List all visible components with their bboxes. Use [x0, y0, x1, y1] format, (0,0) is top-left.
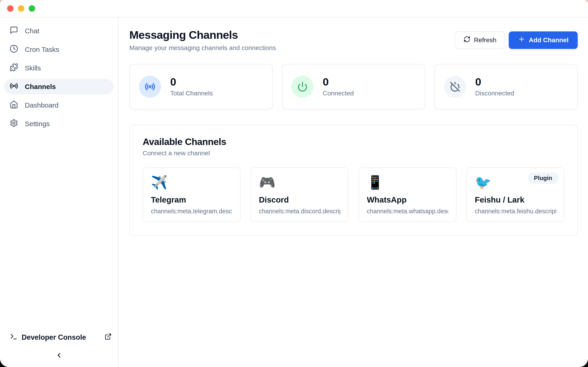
stats-row: 0 Total Channels 0 Connected 0 Disconn: [129, 64, 578, 109]
add-channel-button[interactable]: Add Channel: [509, 31, 578, 49]
channel-card-telegram[interactable]: ✈️ Telegram channels:meta.telegram.descr…: [143, 167, 241, 222]
power-icon: [292, 76, 313, 98]
traffic-light-zoom[interactable]: [29, 5, 35, 12]
sidebar-item-label: Skills: [25, 64, 41, 72]
channel-card-discord[interactable]: 🎮 Discord channels:meta.discord.descript…: [251, 167, 348, 222]
chevron-left-icon: [55, 356, 63, 360]
sidebar-item-cron-tasks[interactable]: Cron Tasks: [4, 42, 114, 57]
refresh-icon: [464, 36, 470, 44]
traffic-light-minimize[interactable]: [18, 5, 24, 12]
plugin-badge: Plugin: [528, 173, 558, 184]
traffic-light-close[interactable]: [7, 5, 14, 12]
sidebar-item-settings[interactable]: Settings: [4, 116, 114, 132]
sidebar-item-skills[interactable]: Skills: [4, 60, 114, 76]
sidebar-collapse-row: [4, 350, 114, 361]
main-content: Messaging Channels Manage your messaging…: [119, 17, 588, 367]
gear-icon: [10, 119, 18, 129]
sidebar-item-label: Settings: [25, 120, 50, 128]
game-controller-emoji-icon: 🎮: [259, 175, 340, 190]
titlebar: [0, 0, 588, 17]
power-off-icon: [444, 76, 466, 98]
stat-label: Connected: [323, 90, 354, 97]
sidebar-item-label: Chat: [25, 27, 39, 35]
page-title: Messaging Channels: [129, 28, 276, 41]
stat-value: 0: [170, 76, 213, 87]
page-subtitle: Manage your messaging channels and conne…: [129, 44, 276, 52]
page-header: Messaging Channels Manage your messaging…: [129, 28, 578, 52]
clock-icon: [10, 44, 18, 55]
airplane-emoji-icon: ✈️: [151, 175, 232, 190]
developer-console-label: Developer Console: [22, 333, 86, 342]
available-channels-subtitle: Connect a new channel: [143, 150, 564, 157]
channel-card-whatsapp[interactable]: 📱 WhatsApp channels:meta.whatsapp.descri…: [359, 167, 456, 222]
chat-bubble-icon: [10, 26, 18, 36]
stat-card-connected: 0 Connected: [282, 64, 425, 109]
channel-description: channels:meta.feishu.description: [475, 208, 556, 215]
channel-description: channels:meta.telegram.description: [151, 208, 232, 215]
sidebar: Chat Cron Tasks Skills Channels Dashboar…: [0, 17, 119, 367]
refresh-button[interactable]: Refresh: [455, 31, 505, 49]
home-icon: [10, 100, 18, 110]
available-channels-title: Available Channels: [143, 136, 564, 147]
collapse-sidebar-button[interactable]: [54, 350, 64, 361]
sidebar-item-dashboard[interactable]: Dashboard: [4, 98, 114, 113]
header-actions: Refresh Add Channel: [455, 31, 578, 49]
channel-description: channels:meta.whatsapp.description: [367, 208, 448, 215]
sidebar-item-chat[interactable]: Chat: [4, 23, 114, 39]
plus-icon: [518, 35, 525, 44]
puzzle-icon: [10, 63, 18, 73]
stat-value: 0: [323, 76, 354, 87]
channel-name: Telegram: [151, 195, 232, 204]
sidebar-item-label: Dashboard: [25, 101, 59, 109]
app-window: Chat Cron Tasks Skills Channels Dashboar…: [0, 0, 588, 367]
stat-label: Disconnected: [475, 90, 514, 97]
sidebar-item-channels[interactable]: Channels: [4, 79, 114, 94]
channel-description: channels:meta.discord.description: [259, 208, 340, 215]
sidebar-item-label: Channels: [25, 83, 56, 91]
channel-name: WhatsApp: [367, 195, 448, 204]
stat-card-disconnected: 0 Disconnected: [434, 64, 578, 109]
channel-name: Feishu / Lark: [475, 195, 556, 204]
stat-card-total-channels: 0 Total Channels: [129, 64, 273, 109]
stat-value: 0: [475, 76, 514, 87]
radio-icon: [10, 82, 18, 92]
available-channels-section: Available Channels Connect a new channel…: [129, 125, 578, 236]
terminal-icon: [10, 333, 18, 342]
stat-label: Total Channels: [170, 90, 213, 97]
channel-name: Discord: [259, 195, 340, 204]
sidebar-item-label: Cron Tasks: [25, 46, 59, 53]
refresh-button-label: Refresh: [474, 36, 496, 44]
channels-row: ✈️ Telegram channels:meta.telegram.descr…: [143, 167, 564, 222]
sidebar-nav: Chat Cron Tasks Skills Channels Dashboar…: [4, 23, 114, 330]
external-link-icon[interactable]: [104, 333, 112, 342]
add-channel-button-label: Add Channel: [529, 36, 569, 44]
app-body: Chat Cron Tasks Skills Channels Dashboar…: [0, 17, 588, 367]
mobile-phone-emoji-icon: 📱: [367, 175, 448, 190]
developer-console-link[interactable]: Developer Console: [4, 330, 114, 345]
channel-card-feishu[interactable]: Plugin 🐦 Feishu / Lark channels:meta.fei…: [467, 167, 564, 222]
radio-icon: [139, 76, 161, 98]
